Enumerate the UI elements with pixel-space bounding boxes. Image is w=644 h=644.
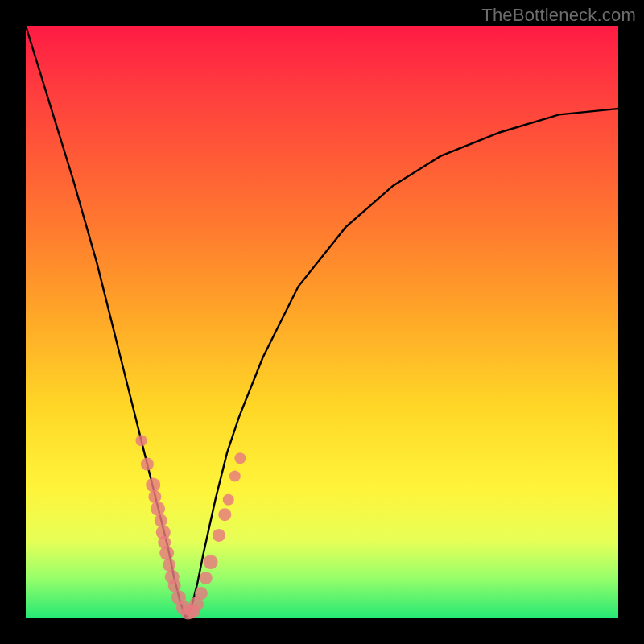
dot — [136, 435, 147, 446]
dot — [159, 546, 174, 560]
plot-area — [26, 26, 618, 618]
dot — [151, 502, 165, 516]
watermark-text: TheBottleneck.com — [481, 5, 636, 26]
dot — [223, 494, 234, 506]
sample-dots — [136, 435, 246, 619]
dot — [234, 452, 246, 464]
dot — [146, 477, 160, 492]
dot — [141, 458, 154, 471]
dot — [168, 580, 181, 592]
dot — [229, 470, 241, 481]
dot — [218, 508, 231, 521]
bottleneck-curve — [26, 26, 618, 618]
curve-layer — [26, 26, 618, 618]
dot — [213, 529, 225, 542]
dot — [200, 572, 213, 584]
dot — [204, 555, 218, 569]
chart-frame: TheBottleneck.com — [0, 0, 644, 644]
dot — [163, 559, 175, 572]
dot — [195, 587, 208, 600]
dot — [155, 514, 167, 527]
dot — [148, 490, 161, 503]
